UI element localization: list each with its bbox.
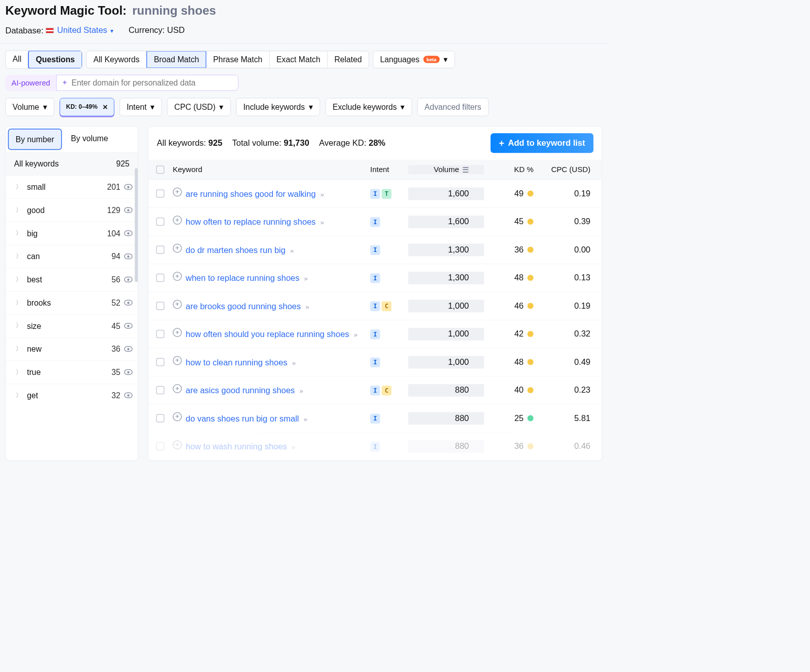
sidebar-item[interactable]: 〉 size 45	[6, 314, 138, 338]
eye-icon[interactable]	[124, 300, 133, 306]
sidebar-item[interactable]: 〉 good 129	[6, 198, 138, 222]
eye-icon[interactable]	[124, 207, 133, 213]
volume-cell: 1,600	[408, 216, 484, 228]
domain-input[interactable]	[71, 78, 233, 88]
cpc-cell: 0.32	[534, 329, 594, 339]
cpc-filter[interactable]: CPC (USD) ▾	[167, 98, 231, 116]
keyword-link[interactable]: how to clean running shoes	[186, 357, 288, 367]
tab-questions[interactable]: Questions	[28, 50, 83, 68]
volume-filter[interactable]: Volume ▾	[6, 98, 55, 116]
kd-dot-icon	[528, 247, 534, 253]
expand-icon[interactable]: +	[173, 216, 182, 225]
expand-icon[interactable]: +	[173, 328, 182, 337]
col-volume[interactable]: Volume ☰	[408, 165, 484, 174]
col-cpc[interactable]: CPC (USD)	[534, 165, 594, 174]
sidebar-item[interactable]: 〉 big 104	[6, 222, 138, 245]
expand-icon[interactable]: +	[173, 300, 182, 309]
sidebar-item[interactable]: 〉 can 94	[6, 244, 138, 268]
sidebar-item[interactable]: 〉 true 35	[6, 360, 138, 384]
chevron-right-icon: 〉	[16, 322, 22, 330]
select-all-checkbox[interactable]	[156, 165, 165, 174]
col-intent[interactable]: Intent	[370, 165, 408, 174]
add-to-keyword-list-button[interactable]: + Add to keyword list	[491, 133, 593, 153]
keyword-link[interactable]: are brooks good running shoes	[186, 301, 301, 311]
advanced-filters[interactable]: Advanced filters	[417, 98, 489, 116]
eye-icon[interactable]	[124, 346, 133, 352]
double-chevron-icon[interactable]: »	[292, 359, 296, 366]
keyword-link[interactable]: do dr marten shoes run big	[186, 245, 286, 255]
tab-exact-match[interactable]: Exact Match	[270, 51, 328, 68]
sidebar-item[interactable]: 〉 brooks 52	[6, 291, 138, 314]
cpc-cell: 0.19	[534, 301, 594, 311]
expand-icon[interactable]: +	[173, 384, 182, 393]
row-checkbox[interactable]	[156, 189, 165, 198]
sidebar-all-keywords[interactable]: All keywords 925	[6, 152, 138, 175]
keyword-link[interactable]: when to replace running shoes	[186, 273, 300, 283]
sidebar-item[interactable]: 〉 new 36	[6, 337, 138, 360]
row-checkbox[interactable]	[156, 386, 165, 395]
double-chevron-icon[interactable]: »	[304, 415, 308, 423]
tab-broad-match[interactable]: Broad Match	[147, 51, 207, 68]
eye-icon[interactable]	[124, 393, 133, 398]
col-keyword[interactable]: Keyword	[173, 165, 370, 174]
sidebar-item[interactable]: 〉 best 56	[6, 268, 138, 291]
sidebar-item[interactable]: 〉 get 32	[6, 384, 138, 407]
row-checkbox[interactable]	[156, 442, 165, 451]
expand-icon[interactable]: +	[173, 243, 182, 253]
expand-icon[interactable]: +	[173, 440, 182, 449]
row-checkbox[interactable]	[156, 330, 165, 339]
row-checkbox[interactable]	[156, 218, 165, 226]
row-checkbox[interactable]	[156, 302, 165, 310]
sidebar-item-count: 104	[107, 229, 120, 238]
keyword-link[interactable]: are asics good running shoes	[186, 386, 295, 395]
row-checkbox[interactable]	[156, 358, 165, 366]
kd-filter-active[interactable]: KD: 0–49% ×	[60, 98, 114, 116]
database-selector[interactable]: Database: United States ▾	[6, 25, 113, 35]
intent-cell: I	[370, 357, 408, 367]
eye-icon[interactable]	[124, 254, 133, 259]
double-chevron-icon[interactable]: »	[292, 443, 296, 451]
sidebar-item[interactable]: 〉 small 201	[6, 175, 138, 198]
eye-icon[interactable]	[124, 230, 133, 236]
eye-icon[interactable]	[124, 277, 133, 282]
tab-all-keywords[interactable]: All Keywords	[87, 51, 147, 68]
double-chevron-icon[interactable]: »	[304, 275, 308, 282]
intent-filter[interactable]: Intent ▾	[119, 98, 162, 116]
double-chevron-icon[interactable]: »	[299, 387, 303, 395]
keyword-link[interactable]: are running shoes good for walking	[186, 189, 316, 198]
double-chevron-icon[interactable]: »	[305, 303, 309, 310]
tab-related[interactable]: Related	[328, 51, 369, 68]
double-chevron-icon[interactable]: »	[354, 331, 358, 339]
expand-icon[interactable]: +	[173, 356, 182, 365]
close-icon[interactable]: ×	[103, 102, 108, 112]
expand-icon[interactable]: +	[173, 272, 182, 281]
sidebar-item-count: 32	[111, 391, 120, 400]
row-checkbox[interactable]	[156, 245, 165, 254]
keyword-link[interactable]: how to wash running shoes	[186, 442, 287, 451]
eye-icon[interactable]	[124, 323, 133, 328]
keyword-link[interactable]: how often to replace running shoes	[186, 217, 316, 227]
expand-icon[interactable]: +	[173, 187, 182, 196]
intent-badge-i: I	[370, 413, 380, 424]
tab-phrase-match[interactable]: Phrase Match	[207, 51, 270, 68]
double-chevron-icon[interactable]: »	[320, 190, 325, 198]
double-chevron-icon[interactable]: »	[320, 219, 325, 226]
col-kd[interactable]: KD %	[484, 165, 534, 174]
row-checkbox[interactable]	[156, 274, 165, 282]
exclude-keywords-filter[interactable]: Exclude keywords ▾	[326, 98, 412, 116]
expand-icon[interactable]: +	[173, 412, 182, 421]
ai-input-wrap[interactable]: ✦	[56, 75, 238, 91]
scrollbar[interactable]	[135, 168, 138, 282]
include-keywords-filter[interactable]: Include keywords ▾	[236, 98, 320, 116]
eye-icon[interactable]	[124, 184, 133, 190]
keyword-link[interactable]: how often should you replace running sho…	[186, 329, 349, 339]
tab-by-number[interactable]: By number	[8, 129, 62, 150]
keyword-link[interactable]: do vans shoes run big or small	[186, 413, 299, 423]
tab-all[interactable]: All	[6, 51, 28, 68]
languages-dropdown[interactable]: Languages beta ▾	[373, 51, 455, 68]
row-checkbox[interactable]	[156, 414, 165, 423]
double-chevron-icon[interactable]: »	[290, 246, 294, 254]
stat-avg-kd: Average KD: 28%	[319, 138, 385, 148]
eye-icon[interactable]	[124, 369, 133, 375]
tab-by-volume[interactable]: By volume	[64, 126, 115, 152]
